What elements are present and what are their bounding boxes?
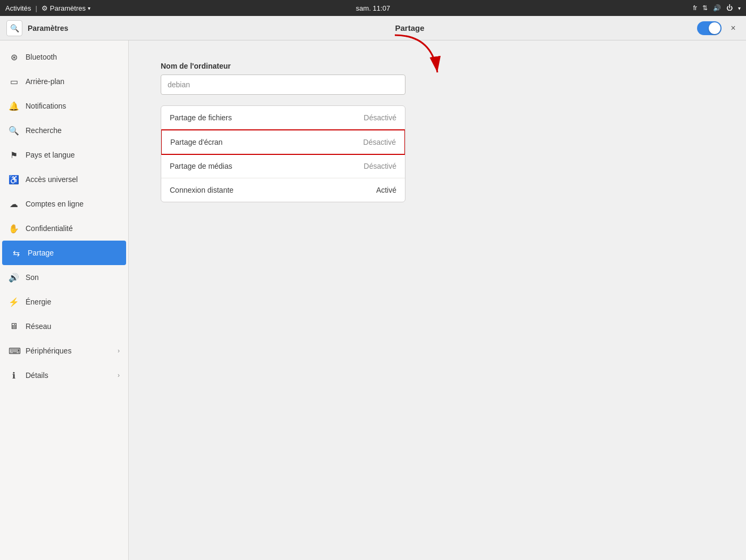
share-row-name: Partage d'écran: [170, 138, 222, 146]
sidebar-item-label: Réseau: [26, 322, 120, 331]
accessibility-icon: ♿: [9, 175, 19, 185]
header-center: Partage: [129, 23, 691, 32]
sidebar-item-accessibility[interactable]: ♿ Accès universel: [0, 167, 128, 192]
share-row-file-sharing[interactable]: Partage de fichiers Désactivé: [161, 106, 405, 130]
search-icon: 🔍: [9, 126, 19, 136]
header-right: ×: [691, 21, 746, 35]
network-icon: ⇅: [702, 4, 708, 12]
sidebar-item-label: Périphériques: [26, 347, 111, 355]
page-title: Partage: [395, 23, 424, 32]
share-row-status: Désactivé: [364, 113, 396, 122]
sidebar: ⊛ Bluetooth ▭ Arrière-plan 🔔 Notificatio…: [0, 40, 129, 560]
lang-indicator: fr: [693, 4, 697, 12]
chevron-right-icon: ›: [118, 372, 120, 379]
sidebar-item-background[interactable]: ▭ Arrière-plan: [0, 69, 128, 94]
sidebar-item-label: Détails: [26, 371, 111, 380]
sidebar-item-label: Énergie: [26, 298, 120, 306]
sidebar-item-label: Bluetooth: [26, 53, 120, 61]
sidebar-item-label: Partage: [28, 249, 118, 257]
share-row-remote-login[interactable]: Connexion distante Activé: [161, 178, 405, 202]
volume-icon: 🔊: [713, 4, 721, 12]
sidebar-item-sound[interactable]: 🔊 Son: [0, 265, 128, 290]
share-row-media-sharing[interactable]: Partage de médias Désactivé: [161, 154, 405, 178]
sidebar-item-details[interactable]: ℹ Détails ›: [0, 363, 128, 388]
share-row-name: Partage de médias: [170, 162, 233, 170]
network-icon: 🖥: [9, 322, 19, 331]
share-row-status: Désactivé: [363, 138, 396, 146]
sidebar-item-devices[interactable]: ⌨ Périphériques ›: [0, 339, 128, 363]
bluetooth-icon: ⊛: [9, 52, 19, 62]
window-header: 🔍 Paramètres Partage ×: [0, 16, 746, 40]
sharing-toggle[interactable]: [697, 21, 722, 35]
devices-icon: ⌨: [9, 346, 19, 356]
sidebar-item-notifications[interactable]: 🔔 Notifications: [0, 94, 128, 118]
activities-button[interactable]: Activités: [5, 4, 31, 12]
sound-icon: 🔊: [9, 273, 19, 283]
gear-icon: ⚙: [42, 4, 48, 12]
sidebar-item-search[interactable]: 🔍 Recherche: [0, 118, 128, 143]
chevron-right-icon: ›: [118, 347, 120, 355]
sidebar-item-sharing[interactable]: ⇆ Partage: [2, 241, 126, 265]
topbar-left: Activités | ⚙ Paramètres ▾: [5, 4, 90, 12]
share-row-name: Partage de fichiers: [170, 113, 232, 122]
topbar-clock: sam. 11:07: [356, 4, 390, 12]
share-row-name: Connexion distante: [170, 186, 234, 194]
share-list: Partage de fichiers Désactivé Partage d'…: [161, 105, 405, 202]
share-row-status: Activé: [376, 186, 396, 194]
share-row-status: Désactivé: [364, 162, 396, 170]
sidebar-item-label: Confidentialité: [26, 224, 120, 233]
close-button[interactable]: ×: [727, 22, 740, 35]
search-button[interactable]: 🔍: [6, 20, 22, 36]
power-icon: ⏻: [726, 4, 733, 12]
notifications-icon: 🔔: [9, 101, 19, 111]
header-left: 🔍 Paramètres: [0, 20, 129, 36]
sidebar-title: Paramètres: [28, 24, 68, 32]
sidebar-item-label: Notifications: [26, 102, 120, 110]
share-row-screen-sharing[interactable]: Partage d'écran Désactivé: [161, 129, 405, 155]
chevron-down-icon: ▾: [88, 5, 90, 11]
sidebar-item-network[interactable]: 🖥 Réseau: [0, 314, 128, 339]
power-icon: ⚡: [9, 297, 19, 307]
sidebar-item-label: Arrière-plan: [26, 77, 120, 86]
privacy-icon: ✋: [9, 224, 19, 234]
main-layout: ⊛ Bluetooth ▭ Arrière-plan 🔔 Notificatio…: [0, 40, 746, 560]
sidebar-item-privacy[interactable]: ✋ Confidentialité: [0, 216, 128, 241]
sidebar-item-power[interactable]: ⚡ Énergie: [0, 290, 128, 314]
sharing-icon: ⇆: [11, 248, 21, 258]
chevron-down-icon: ▾: [738, 5, 741, 11]
settings-window: 🔍 Paramètres Partage × ⊛ Bluetooth ▭ Arr…: [0, 16, 746, 560]
settings-menu[interactable]: ⚙ Paramètres ▾: [42, 4, 90, 12]
sidebar-item-region[interactable]: ⚑ Pays et langue: [0, 143, 128, 167]
content-inner: Nom de l'ordinateur Partage de fichiers …: [161, 62, 714, 202]
sidebar-item-label: Recherche: [26, 126, 120, 135]
background-icon: ▭: [9, 77, 19, 87]
content-area: Nom de l'ordinateur Partage de fichiers …: [129, 40, 746, 560]
online-icon: ☁: [9, 199, 19, 209]
computer-name-input[interactable]: [161, 75, 405, 95]
topbar-right: fr ⇅ 🔊 ⏻ ▾: [693, 4, 741, 12]
computer-name-label: Nom de l'ordinateur: [161, 62, 714, 70]
sidebar-item-online[interactable]: ☁ Comptes en ligne: [0, 192, 128, 216]
sidebar-item-label: Comptes en ligne: [26, 200, 120, 208]
search-icon: 🔍: [10, 24, 19, 32]
details-icon: ℹ: [9, 370, 19, 381]
region-icon: ⚑: [9, 150, 19, 160]
sidebar-item-bluetooth[interactable]: ⊛ Bluetooth: [0, 45, 128, 69]
sidebar-item-label: Pays et langue: [26, 151, 120, 159]
sidebar-item-label: Accès universel: [26, 175, 120, 184]
topbar: Activités | ⚙ Paramètres ▾ sam. 11:07 fr…: [0, 0, 746, 16]
sidebar-item-label: Son: [26, 273, 120, 282]
